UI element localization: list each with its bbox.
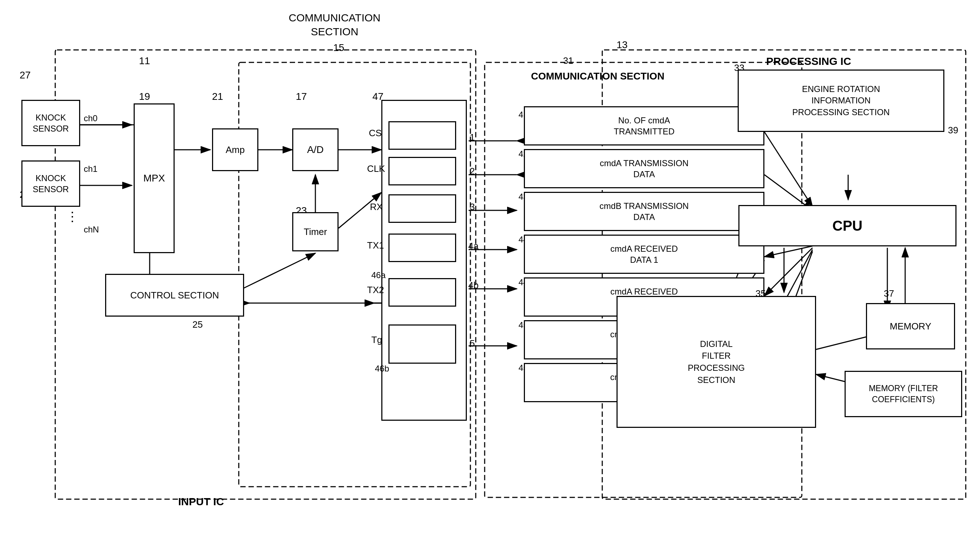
- mpx-box: MPX: [134, 103, 175, 253]
- knock-sensor-bottom: KNOCKSENSOR: [21, 161, 80, 207]
- input-ic-label: INPUT IC: [178, 496, 224, 508]
- tx2-subbox: [388, 278, 456, 307]
- ref-11-label: 11: [139, 55, 150, 67]
- ref-31-label: 31: [563, 55, 573, 66]
- dots-label: ⋮: [66, 210, 79, 223]
- tx1-label: TX1: [367, 240, 384, 251]
- comm-section-top-label: COMMUNICATIONSECTION: [289, 11, 381, 38]
- ref-13-label: 13: [617, 39, 628, 51]
- memory-filter-box: MEMORY (FILTERCOEFFICIENTS): [844, 371, 962, 417]
- ref-46a-label: 46a: [371, 270, 386, 280]
- cmda-received1-box: cmdA RECEIVEDDATA 1: [524, 235, 764, 274]
- wire-4a-label: 4a: [468, 241, 479, 252]
- rx-subbox: [388, 194, 456, 223]
- knock-sensor-top: KNOCKSENSOR: [21, 100, 80, 146]
- cs-subbox: [388, 121, 456, 150]
- ref-46b-label: 46b: [375, 364, 389, 374]
- no-cmda-transmitted-box: No. OF cmdATRANSMITTED: [524, 106, 764, 146]
- ch1-label: ch1: [84, 164, 98, 174]
- ad-box: A/D: [292, 128, 339, 171]
- svg-line-22: [764, 132, 813, 207]
- tx1-subbox: [388, 233, 456, 262]
- comm-section-inner-label: COMMUNICATION SECTION: [531, 71, 664, 82]
- ref-39-label: 39: [948, 125, 958, 136]
- control-section-box: CONTROL SECTION: [105, 274, 244, 317]
- ref-15-label: 15: [333, 42, 344, 54]
- svg-line-26: [764, 248, 813, 296]
- tx2-label: TX2: [367, 284, 384, 295]
- rx-label: RX: [370, 202, 383, 212]
- cmda-transmission-box: cmdA TRANSMISSIONDATA: [524, 149, 764, 188]
- cmdb-transmission-box: cmdB TRANSMISSIONDATA: [524, 192, 764, 231]
- ref-19-label: 19: [139, 91, 150, 102]
- wire-1-label: 1: [470, 132, 474, 143]
- engine-rotation-box: ENGINE ROTATIONINFORMATIONPROCESSING SEC…: [738, 69, 944, 132]
- cs-label: CS: [369, 128, 382, 139]
- tg-label: Tg: [371, 335, 382, 346]
- amp-box: Amp: [212, 128, 258, 171]
- wire-5-label: 5: [470, 338, 474, 349]
- wire-2-label: 2: [470, 166, 474, 177]
- ref-17-label: 17: [296, 91, 307, 102]
- wire-4b-label: 4b: [468, 280, 479, 291]
- clk-subbox: [388, 157, 456, 185]
- timer-box: Timer: [292, 212, 339, 251]
- memory-box: MEMORY: [866, 303, 955, 350]
- processing-ic-label: PROCESSING IC: [766, 55, 851, 67]
- tg-subbox: [388, 325, 456, 364]
- wire-3-label: 3: [470, 202, 474, 212]
- clk-label: CLK: [367, 163, 385, 174]
- digital-filter-box: DIGITALFILTERPROCESSINGSECTION: [617, 296, 816, 428]
- ch0-label: ch0: [84, 113, 98, 123]
- svg-line-25: [764, 246, 813, 257]
- ref-21-label: 21: [212, 91, 223, 102]
- cpu-box: CPU: [738, 205, 957, 246]
- ref-37-label: 37: [884, 288, 894, 299]
- ref-27-label: 27: [20, 69, 31, 81]
- chN-label: chN: [84, 225, 99, 235]
- svg-line-15: [242, 253, 316, 289]
- ref-25-label: 25: [192, 319, 203, 330]
